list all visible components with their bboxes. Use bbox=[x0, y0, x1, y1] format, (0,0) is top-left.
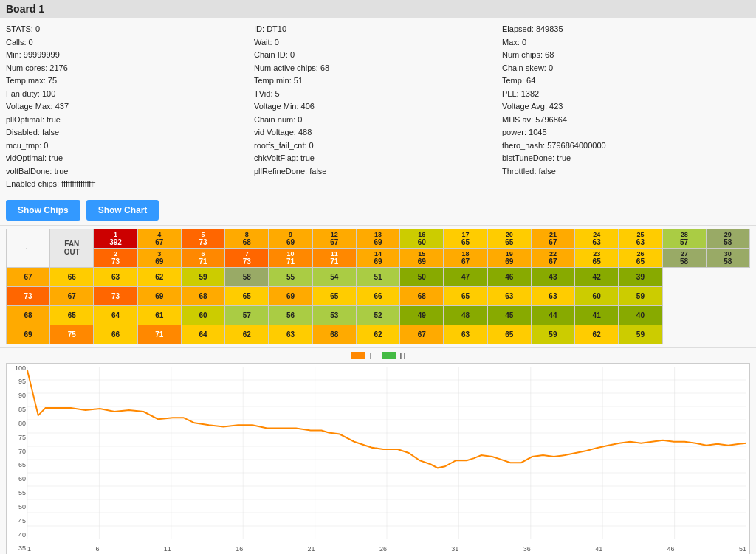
chip-cell[interactable]: 65 bbox=[444, 286, 487, 305]
chip-cell[interactable]: 41 bbox=[575, 305, 619, 325]
chip-cell[interactable]: 51 bbox=[356, 267, 399, 286]
x-axis-label: 16 bbox=[236, 545, 243, 553]
chip-cell[interactable]: 50 bbox=[400, 267, 444, 286]
chip-cell[interactable]: 63 bbox=[487, 286, 531, 305]
chip-cell[interactable]: 46 bbox=[487, 267, 531, 286]
chip-cell[interactable]: 55 bbox=[269, 267, 312, 286]
chip-cell[interactable]: 868 bbox=[225, 229, 269, 248]
chip-cell[interactable]: 71 bbox=[137, 325, 181, 344]
chip-cell[interactable]: 44 bbox=[531, 305, 574, 325]
chip-cell[interactable]: 69 bbox=[269, 286, 312, 305]
chip-cell[interactable]: 62 bbox=[225, 325, 269, 344]
chip-cell[interactable]: 62 bbox=[137, 267, 181, 286]
chip-cell[interactable]: 68 bbox=[181, 286, 224, 305]
y-axis-label: 85 bbox=[8, 406, 26, 413]
chip-cell[interactable]: 1469 bbox=[356, 248, 399, 267]
chip-cell[interactable]: 62 bbox=[356, 325, 399, 344]
chip-cell[interactable]: 73 bbox=[94, 286, 137, 305]
chip-cell[interactable]: 1969 bbox=[487, 248, 531, 267]
chip-cell[interactable]: 42 bbox=[575, 267, 619, 286]
chip-cell[interactable]: 43 bbox=[531, 267, 574, 286]
chip-cell[interactable]: 68 bbox=[7, 305, 50, 325]
chip-table: ←FANOUT139246757386896912671369166017652… bbox=[6, 229, 750, 344]
chip-cell[interactable]: 66 bbox=[356, 286, 399, 305]
chip-cell[interactable]: 66 bbox=[50, 267, 94, 286]
chip-cell[interactable]: 58 bbox=[225, 267, 269, 286]
chip-cell[interactable]: 47 bbox=[444, 267, 487, 286]
chip-cell[interactable]: 3058 bbox=[706, 248, 749, 267]
chip-cell[interactable]: 2267 bbox=[531, 248, 574, 267]
chip-cell[interactable]: 1660 bbox=[400, 229, 444, 248]
chip-cell[interactable]: 54 bbox=[312, 267, 356, 286]
chip-cell[interactable]: 467 bbox=[137, 229, 181, 248]
x-axis-label: 11 bbox=[164, 545, 171, 553]
chip-cell[interactable]: 52 bbox=[356, 305, 399, 325]
chip-cell[interactable]: 60 bbox=[181, 305, 224, 325]
chip-cell[interactable]: 64 bbox=[94, 305, 137, 325]
chip-cell[interactable]: 1392 bbox=[94, 229, 137, 248]
stat-line: Temp max: 75 bbox=[6, 75, 254, 87]
chip-cell[interactable]: 65 bbox=[312, 286, 356, 305]
chip-cell[interactable]: 2857 bbox=[662, 229, 706, 248]
chip-cell[interactable]: 65 bbox=[225, 286, 269, 305]
chip-cell[interactable]: 68 bbox=[400, 286, 444, 305]
chip-cell[interactable]: 369 bbox=[137, 248, 181, 267]
chip-cell[interactable]: 49 bbox=[400, 305, 444, 325]
chip-cell[interactable]: 59 bbox=[531, 325, 574, 344]
chip-cell[interactable]: 57 bbox=[225, 305, 269, 325]
chip-cell[interactable]: 1765 bbox=[444, 229, 487, 248]
chart-section: TH 10095908580757065605550454035 1611162… bbox=[0, 348, 756, 555]
chip-cell[interactable]: 1267 bbox=[312, 229, 356, 248]
chip-cell[interactable]: 63 bbox=[94, 267, 137, 286]
chip-cell[interactable]: 53 bbox=[312, 305, 356, 325]
chip-cell[interactable]: 67 bbox=[50, 286, 94, 305]
show-chips-button[interactable]: Show Chips bbox=[6, 200, 80, 221]
chip-cell[interactable]: 1171 bbox=[312, 248, 356, 267]
chip-cell[interactable]: 2365 bbox=[575, 248, 619, 267]
chip-cell[interactable]: 1569 bbox=[400, 248, 444, 267]
chip-cell[interactable]: 59 bbox=[619, 286, 662, 305]
chip-cell[interactable]: 1867 bbox=[444, 248, 487, 267]
show-chart-button[interactable]: Show Chart bbox=[86, 200, 159, 221]
chip-cell[interactable]: 68 bbox=[312, 325, 356, 344]
chip-cell[interactable]: 65 bbox=[487, 325, 531, 344]
chip-cell[interactable]: 273 bbox=[94, 248, 137, 267]
chip-cell[interactable]: 1369 bbox=[356, 229, 399, 248]
chip-cell[interactable]: 66 bbox=[94, 325, 137, 344]
chip-cell[interactable]: 61 bbox=[137, 305, 181, 325]
chip-cell[interactable]: 2563 bbox=[619, 229, 662, 248]
chip-cell[interactable]: 75 bbox=[50, 325, 94, 344]
chip-cell[interactable]: 60 bbox=[575, 286, 619, 305]
chip-cell[interactable]: 969 bbox=[269, 229, 312, 248]
chip-cell[interactable]: 62 bbox=[575, 325, 619, 344]
chip-cell[interactable]: 56 bbox=[269, 305, 312, 325]
chip-cell[interactable]: 63 bbox=[269, 325, 312, 344]
chip-cell[interactable]: 67 bbox=[400, 325, 444, 344]
chip-cell[interactable]: 63 bbox=[444, 325, 487, 344]
y-axis-label: 80 bbox=[8, 420, 26, 427]
chip-cell[interactable]: 2463 bbox=[575, 229, 619, 248]
chip-cell[interactable]: 67 bbox=[7, 267, 50, 286]
chip-cell[interactable]: 73 bbox=[7, 286, 50, 305]
chart-plot bbox=[27, 367, 746, 539]
chip-cell[interactable]: 1071 bbox=[269, 248, 312, 267]
chip-cell[interactable]: 48 bbox=[444, 305, 487, 325]
chip-cell[interactable]: 59 bbox=[619, 325, 662, 344]
chip-cell[interactable]: 59 bbox=[181, 267, 224, 286]
chip-cell[interactable]: 40 bbox=[619, 305, 662, 325]
chip-cell[interactable]: 2167 bbox=[531, 229, 574, 248]
chip-cell[interactable]: 65 bbox=[50, 305, 94, 325]
chip-cell[interactable]: 39 bbox=[619, 267, 662, 286]
chip-cell[interactable]: 2758 bbox=[662, 248, 706, 267]
chip-cell[interactable]: 2065 bbox=[487, 229, 531, 248]
chip-cell[interactable]: 64 bbox=[181, 325, 224, 344]
chip-cell[interactable]: 63 bbox=[531, 286, 574, 305]
chip-cell[interactable]: 573 bbox=[181, 229, 224, 248]
chip-cell[interactable]: 773 bbox=[225, 248, 269, 267]
chip-cell[interactable]: 69 bbox=[137, 286, 181, 305]
chip-cell[interactable]: 2665 bbox=[619, 248, 662, 267]
chip-cell[interactable]: 45 bbox=[487, 305, 531, 325]
chip-cell[interactable]: 69 bbox=[7, 325, 50, 344]
chip-cell[interactable]: 671 bbox=[181, 248, 224, 267]
chip-cell[interactable]: 2958 bbox=[706, 229, 749, 248]
